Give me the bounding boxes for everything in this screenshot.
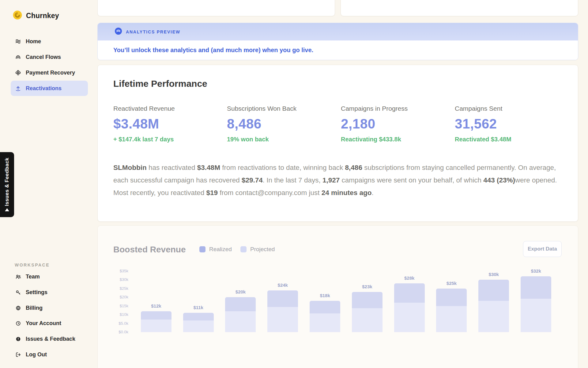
top-card-right — [341, 0, 578, 16]
sidebar-item-label: Payment Recovery — [26, 70, 75, 76]
revenue-bar[interactable] — [478, 280, 509, 332]
payment-recovery-icon — [15, 69, 21, 76]
workspace-section-label: WORKSPACE — [15, 263, 50, 267]
summary-segment: . — [372, 189, 374, 197]
billing-icon — [15, 305, 21, 311]
analytics-preview-icon — [115, 28, 122, 36]
stat-label: Campaigns Sent — [455, 105, 565, 112]
side-tab-label: Issues & Feedback — [4, 158, 10, 206]
boosted-revenue-chart: $35k$30k$25k$20k$15k$10k$5.0k$0.0k $12k$… — [98, 226, 578, 368]
y-axis-tick: $5.0k — [98, 321, 128, 326]
settings-icon — [15, 289, 21, 296]
summary-segment: $3.48M — [197, 164, 220, 171]
bar-realized-segment — [225, 297, 256, 311]
stat-sub: + $147.4k last 7 days — [113, 136, 224, 143]
bar-realized-segment — [310, 301, 340, 313]
logout-icon — [15, 351, 21, 358]
reactivations-icon — [15, 85, 21, 92]
sidebar-item-payment-recovery[interactable]: Payment Recovery — [11, 65, 88, 80]
churnkey-logo-icon — [12, 10, 23, 21]
sidebar-item-reactivations[interactable]: Reactivations — [11, 81, 88, 96]
summary-segment: from reactivations to date, winning back — [220, 164, 345, 171]
sidebar-item-label: Reactivations — [26, 85, 62, 92]
stat-value: 8,486 — [227, 116, 337, 132]
y-axis-tick: $0.0k — [98, 330, 128, 334]
banner-message: You’ll unlock these analytics and (and m… — [113, 47, 313, 54]
sidebar-item-issues-feedback[interactable]: Issues & Feedback — [11, 331, 88, 347]
stat-value: $3.48M — [113, 116, 224, 132]
app-window: Churnkey Home Cancel Flows — [0, 0, 588, 368]
boosted-revenue-card: Boosted Revenue Realized Projected Expor… — [97, 225, 578, 368]
bar-realized-segment — [183, 313, 214, 320]
sidebar-item-label: Cancel Flows — [26, 54, 61, 60]
summary-segment: SLMobbin — [113, 164, 147, 171]
bar-value-label: $30k — [473, 272, 515, 277]
sidebar-item-label: Your Account — [26, 320, 61, 327]
stat-reactivated-revenue: Reactivated Revenue $3.48M + $147.4k las… — [113, 105, 224, 143]
revenue-bar[interactable] — [141, 311, 172, 332]
stat-subscriptions-won-back: Subscriptions Won Back 8,486 19% won bac… — [227, 105, 337, 143]
analytics-preview-banner: ANALYTICS PREVIEW You’ll unlock these an… — [97, 23, 578, 60]
feedback-icon — [15, 335, 21, 342]
chart-plot: $12k$11k$20k$24k$18k$23k$28k$25k$30k$32k — [135, 271, 557, 332]
revenue-bar[interactable] — [394, 283, 425, 332]
sidebar-item-cancel-flows[interactable]: Cancel Flows — [11, 49, 88, 65]
bar-value-label: $24k — [262, 282, 304, 288]
account-icon — [15, 320, 21, 327]
revenue-bar[interactable] — [225, 297, 256, 332]
stat-campaigns-sent: Campaigns Sent 31,562 Reactivated $3.48M — [455, 105, 565, 143]
lifetime-performance-card: Lifetime Performance Reactivated Revenue… — [97, 65, 578, 222]
banner-header: ANALYTICS PREVIEW — [98, 23, 578, 40]
stat-label: Subscriptions Won Back — [227, 105, 337, 112]
revenue-bar[interactable] — [352, 292, 383, 332]
summary-segment: $29.74 — [242, 176, 263, 184]
y-axis-tick: $15k — [98, 304, 128, 308]
sidebar-item-label: Home — [26, 38, 41, 45]
top-card-left — [97, 0, 335, 16]
stat-sub: Reactivated $3.48M — [455, 136, 565, 143]
bar-realized-segment — [436, 289, 467, 306]
stat-value: 2,180 — [341, 116, 451, 132]
sidebar-item-log-out[interactable]: Log Out — [11, 347, 88, 362]
y-axis-tick: $10k — [98, 312, 128, 317]
summary-segment: 1,927 — [322, 176, 340, 184]
summary-segment: 24 minutes ago — [322, 189, 372, 197]
bar-value-label: $20k — [220, 289, 262, 294]
sidebar-item-label: Settings — [26, 289, 47, 296]
revenue-bar[interactable] — [436, 289, 467, 332]
revenue-bar[interactable] — [521, 276, 551, 332]
banner-body: You’ll unlock these analytics and (and m… — [98, 40, 578, 60]
brand[interactable]: Churnkey — [12, 10, 59, 21]
bar-realized-segment — [267, 290, 298, 307]
summary-segment: campaigns were sent on your behalf, of w… — [340, 176, 483, 184]
bar-realized-segment — [478, 280, 509, 301]
brand-name: Churnkey — [26, 12, 59, 20]
lifetime-performance-title: Lifetime Performance — [113, 79, 207, 89]
sidebar-item-label: Billing — [26, 305, 43, 311]
home-icon — [15, 38, 21, 45]
lifetime-summary: SLMobbin has reactivated $3.48M from rea… — [113, 161, 560, 199]
revenue-bar[interactable] — [267, 290, 298, 332]
bar-realized-segment — [521, 276, 551, 299]
summary-segment: $19 — [206, 189, 218, 197]
revenue-bar[interactable] — [183, 313, 214, 332]
sidebar-item-label: Issues & Feedback — [26, 336, 75, 342]
stat-label: Reactivated Revenue — [113, 105, 224, 112]
stat-value: 31,562 — [455, 116, 565, 132]
bar-value-label: $32k — [515, 268, 557, 274]
stat-sub: Reactivating $433.8k — [341, 136, 451, 143]
summary-segment: from contact@company.com just — [218, 189, 322, 197]
summary-segment: . In the last 7 days, — [263, 176, 322, 184]
bar-value-label: $18k — [304, 293, 346, 298]
summary-segment: has reactivated — [147, 164, 197, 171]
sidebar-item-settings[interactable]: Settings — [11, 285, 88, 300]
issues-feedback-side-tab[interactable]: Issues & Feedback — [0, 152, 14, 217]
revenue-bar[interactable] — [310, 301, 340, 332]
sidebar-item-your-account[interactable]: Your Account — [11, 316, 88, 331]
sidebar-item-team[interactable]: Team — [11, 269, 88, 284]
sidebar-item-home[interactable]: Home — [11, 34, 88, 49]
summary-segment: 443 (23%) — [483, 176, 515, 184]
sidebar-item-billing[interactable]: Billing — [11, 300, 88, 316]
bar-realized-segment — [394, 283, 425, 303]
stat-campaigns-in-progress: Campaigns in Progress 2,180 Reactivating… — [341, 105, 451, 143]
